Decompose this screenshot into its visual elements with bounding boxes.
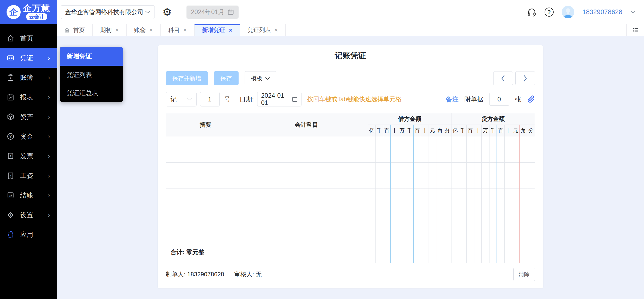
- digit-cell: [512, 189, 519, 215]
- template-button-label: 模板: [251, 74, 262, 82]
- voucher-number-input[interactable]: [200, 92, 220, 106]
- digit-column-header: 角: [436, 125, 444, 136]
- submenu-item-voucher-list[interactable]: 凭证列表: [60, 66, 123, 84]
- summary-cell[interactable]: [166, 215, 245, 241]
- tab-new-voucher[interactable]: 新增凭证 ×: [195, 24, 240, 36]
- digit-cell: [383, 136, 391, 163]
- digit-cell: [467, 136, 474, 163]
- digit-cell: [527, 163, 535, 189]
- sidebar-item-reports[interactable]: 报表 ›: [0, 87, 57, 107]
- tab-close-icon[interactable]: ×: [149, 27, 153, 34]
- user-menu-chevron-icon[interactable]: [630, 10, 635, 14]
- period-selector[interactable]: 2024年01月: [186, 6, 239, 19]
- tab-label: 凭证列表: [248, 26, 271, 34]
- prev-voucher-button[interactable]: [493, 71, 513, 85]
- tab-account-set[interactable]: 账套 ×: [127, 24, 161, 36]
- account-cell[interactable]: [245, 163, 368, 189]
- digit-cell: [421, 189, 429, 215]
- sidebar-item-ledger[interactable]: ¥ 账簿 ›: [0, 68, 57, 87]
- help-icon[interactable]: ?: [545, 8, 554, 17]
- date-value: 2024-01-01: [261, 92, 289, 106]
- account-cell[interactable]: [245, 189, 368, 215]
- next-voucher-button[interactable]: [515, 71, 535, 85]
- sidebar-item-funds[interactable]: ¥ 资金 ›: [0, 127, 57, 146]
- tab-list-menu-button[interactable]: [626, 24, 644, 36]
- sidebar-item-salary[interactable]: ¥ 工资 ›: [0, 166, 57, 185]
- settings-gear-icon[interactable]: ⚙: [162, 7, 172, 17]
- digit-cell: [444, 189, 451, 215]
- submenu-item-voucher-summary[interactable]: 凭证汇总表: [60, 84, 123, 102]
- tab-close-icon[interactable]: ×: [274, 27, 278, 34]
- digit-cell: [398, 163, 406, 189]
- sidebar-item-settings[interactable]: ⚙ 设置 ›: [0, 205, 57, 225]
- summary-cell[interactable]: [166, 136, 245, 163]
- company-selector[interactable]: 金华企客管网络科技有限公司: [61, 5, 155, 19]
- puzzle-icon: [7, 231, 15, 238]
- sidebar-item-label: 账簿: [20, 73, 33, 82]
- sidebar-item-home[interactable]: ¥ 首页: [0, 28, 57, 48]
- sidebar-item-assets[interactable]: 资产 ›: [0, 107, 57, 127]
- digit-cell: [527, 215, 535, 241]
- voucher-footer: 制单人: 18329078628 审核人: 无 清除: [166, 268, 535, 281]
- summary-cell[interactable]: [166, 163, 245, 189]
- tab-voucher-list[interactable]: 凭证列表 ×: [240, 24, 286, 36]
- entry-row: [166, 215, 535, 241]
- tab-opening-balance[interactable]: 期初 ×: [93, 24, 127, 36]
- digit-cell: [406, 136, 413, 163]
- digit-column-header: 十: [421, 125, 429, 136]
- clear-button[interactable]: 清除: [513, 268, 535, 281]
- brand-name: 企万慧: [23, 4, 50, 13]
- sidebar-item-closing[interactable]: ⇄ 结账 ›: [0, 185, 57, 205]
- digit-cell: [421, 163, 429, 189]
- digit-column-header: 千: [489, 125, 497, 136]
- auditor-value: 无: [256, 271, 262, 278]
- sidebar-item-apps[interactable]: 应用: [0, 225, 57, 244]
- sidebar-item-voucher[interactable]: ¥ 凭证 ›: [0, 48, 57, 68]
- digit-column-header: 万: [482, 125, 489, 136]
- tab-home[interactable]: 首页: [57, 24, 93, 36]
- entry-row: [166, 136, 535, 163]
- sidebar-item-invoice[interactable]: ¥ 发票 ›: [0, 146, 57, 166]
- report-icon: [7, 93, 15, 101]
- digit-cell: [398, 189, 406, 215]
- total-digit-cell: [383, 241, 391, 263]
- total-digit-cell: [368, 241, 375, 263]
- digit-cell: [467, 189, 474, 215]
- avatar[interactable]: [562, 6, 574, 18]
- digit-cell: [444, 215, 451, 241]
- digit-cell: [375, 189, 383, 215]
- paperclip-icon[interactable]: [527, 95, 535, 103]
- account-cell[interactable]: [245, 136, 368, 163]
- digit-cell: [497, 163, 504, 189]
- summary-cell[interactable]: [166, 189, 245, 215]
- total-digit-cell: [413, 241, 421, 263]
- account-cell[interactable]: [245, 215, 368, 241]
- digit-cell: [527, 189, 535, 215]
- home-icon: ¥: [7, 34, 15, 42]
- digit-cell: [429, 136, 436, 163]
- remark-link[interactable]: 备注: [446, 95, 459, 103]
- date-picker[interactable]: 2024-01-01: [257, 92, 301, 106]
- tab-close-icon[interactable]: ×: [229, 27, 232, 34]
- save-and-new-button[interactable]: 保存并新增: [166, 71, 208, 85]
- home-icon: [64, 27, 70, 33]
- digit-cell: [383, 189, 391, 215]
- sidebar-item-label: 应用: [20, 230, 33, 239]
- user-phone[interactable]: 18329078628: [582, 8, 622, 16]
- cube-icon: [7, 113, 15, 121]
- tab-subjects[interactable]: 科目 ×: [161, 24, 195, 36]
- digit-cell: [497, 189, 504, 215]
- digit-column-header: 元: [429, 125, 436, 136]
- entry-row: [166, 189, 535, 215]
- headset-icon[interactable]: [527, 7, 537, 17]
- brand-logo-icon: 企: [7, 5, 21, 19]
- digit-cell: [436, 189, 444, 215]
- digit-cell: [482, 215, 489, 241]
- tab-close-icon[interactable]: ×: [183, 27, 187, 34]
- save-button[interactable]: 保存: [214, 71, 239, 85]
- template-button[interactable]: 模板: [245, 71, 276, 85]
- tab-close-icon[interactable]: ×: [115, 27, 119, 34]
- submenu-item-new-voucher[interactable]: 新增凭证: [60, 47, 123, 66]
- attachment-count-input[interactable]: [489, 93, 509, 106]
- voucher-word-select[interactable]: 记: [166, 92, 197, 106]
